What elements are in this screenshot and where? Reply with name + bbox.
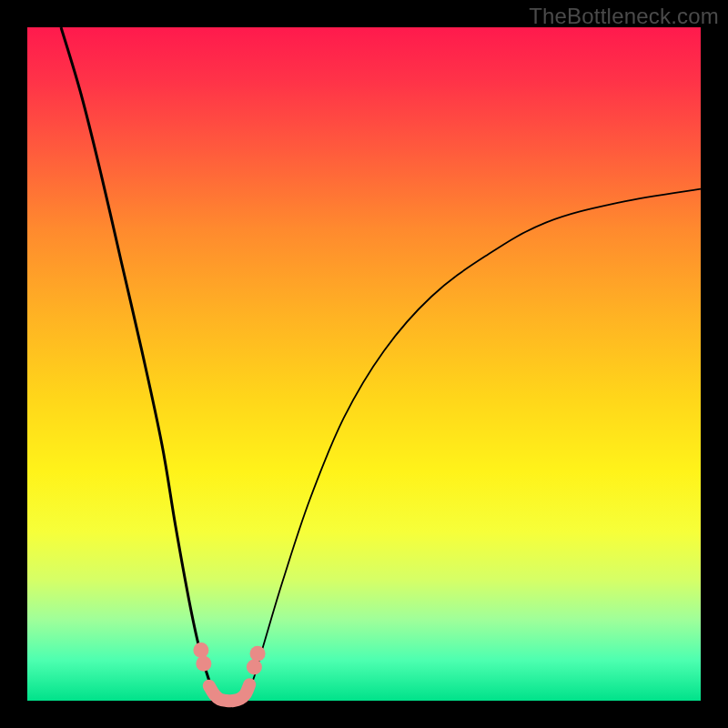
chart-svg [27,27,701,701]
plot-area [27,27,701,701]
watermark-label: TheBottleneck.com [529,4,719,29]
marker-dot [196,656,211,672]
marker-dots [193,642,265,675]
marker-dot [193,642,208,658]
marker-dot [247,660,262,675]
valley-floor [209,684,249,701]
curve-left-branch [61,27,216,701]
marker-dot [250,646,266,662]
curve-right-branch [243,189,701,701]
